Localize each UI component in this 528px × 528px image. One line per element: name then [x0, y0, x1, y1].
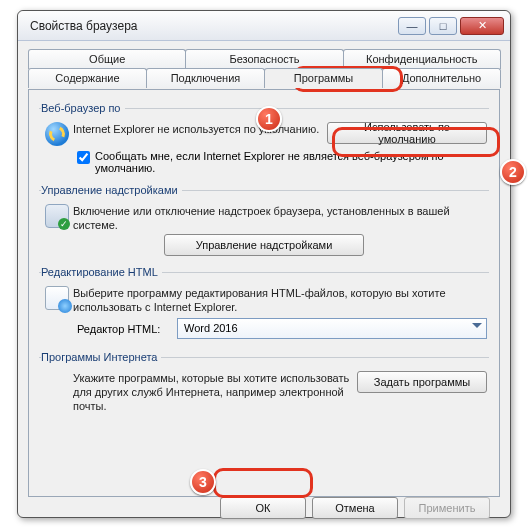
group-addons-legend: Управление надстройками — [41, 184, 182, 196]
minimize-button[interactable]: — — [398, 17, 426, 35]
ie-icon — [45, 122, 69, 146]
close-button[interactable]: ✕ — [460, 17, 504, 35]
tab-strip: Общие Безопасность Конфиденциальность Со… — [28, 49, 500, 89]
apply-button[interactable]: Применить — [404, 497, 490, 519]
cancel-button[interactable]: Отмена — [312, 497, 398, 519]
html-editor-label: Редактор HTML: — [77, 323, 177, 335]
dialog-internet-options: Свойства браузера — □ ✕ Общие Безопаснос… — [17, 10, 511, 518]
html-editor-select[interactable]: Word 2016 — [177, 318, 487, 339]
html-editor-value: Word 2016 — [184, 322, 238, 334]
addons-text: Включение или отключение надстроек брауз… — [73, 204, 487, 232]
html-edit-text: Выберите программу редактирования HTML-ф… — [73, 286, 487, 314]
tab-privacy[interactable]: Конфиденциальность — [343, 49, 501, 69]
ok-button[interactable]: ОК — [220, 497, 306, 519]
manage-addons-button[interactable]: Управление надстройками — [164, 234, 364, 256]
set-programs-button[interactable]: Задать программы — [357, 371, 487, 393]
notify-checkbox[interactable] — [77, 151, 90, 164]
group-default-browser: Веб-браузер по Internet Explorer не испо… — [39, 102, 489, 176]
gear-icon — [45, 204, 69, 228]
group-internet-programs-legend: Программы Интернета — [41, 351, 161, 363]
dialog-footer: ОК Отмена Применить — [28, 497, 500, 525]
group-addons: Управление надстройками Включение или от… — [39, 184, 489, 258]
set-default-button[interactable]: Использовать по умолчанию — [327, 122, 487, 144]
group-html-edit: Редактирование HTML Выберите программу р… — [39, 266, 489, 343]
group-internet-programs: Программы Интернета Укажите программы, к… — [39, 351, 489, 417]
default-browser-text: Internet Explorer не используется по умо… — [73, 122, 327, 136]
titlebar: Свойства браузера — □ ✕ — [18, 11, 510, 41]
tab-panel-programs: Веб-браузер по Internet Explorer не испо… — [28, 89, 500, 497]
tab-security[interactable]: Безопасность — [185, 49, 343, 69]
document-icon — [45, 286, 69, 310]
tab-content[interactable]: Содержание — [28, 68, 147, 88]
internet-programs-text: Укажите программы, которые вы хотите исп… — [73, 371, 357, 413]
notify-label: Сообщать мне, если Internet Explorer не … — [95, 150, 487, 174]
tab-programs[interactable]: Программы — [264, 68, 383, 88]
tab-connections[interactable]: Подключения — [146, 68, 265, 88]
tab-general[interactable]: Общие — [28, 49, 186, 69]
group-default-browser-legend: Веб-браузер по — [41, 102, 125, 114]
dialog-client: Общие Безопасность Конфиденциальность Со… — [18, 41, 510, 528]
maximize-button[interactable]: □ — [429, 17, 457, 35]
screenshot-frame: Свойства браузера — □ ✕ Общие Безопаснос… — [0, 0, 528, 528]
group-html-edit-legend: Редактирование HTML — [41, 266, 162, 278]
tab-advanced[interactable]: Дополнительно — [382, 68, 501, 88]
window-title: Свойства браузера — [30, 19, 395, 33]
